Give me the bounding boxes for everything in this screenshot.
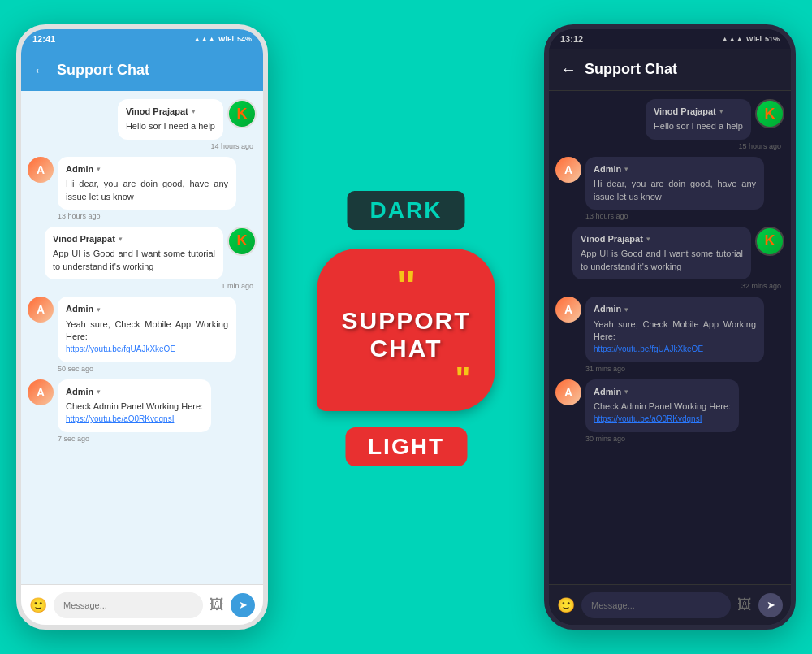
phone-dark: 13:12 ▲▲▲ WiFi 51% ← Support Chat Vinod … <box>544 24 796 630</box>
avatar-admin-1-dark: A <box>555 157 581 183</box>
link-admin-2-light[interactable]: https://youtu.be/fgUAJkXkeOE <box>66 344 175 353</box>
bubble-vinod-1-dark: Vinod Prajapat ▾ Hello sor I need a help <box>646 99 751 140</box>
avatar-vinod-1-dark: K <box>755 99 784 128</box>
phone-body-light: Vinod Prajapat ▾ Hello sor I need a help… <box>21 91 263 625</box>
image-icon-light[interactable]: 🖼 <box>209 596 224 613</box>
msg-admin-2-dark: A Admin ▾ Yeah sure, Check Mobile App Wo… <box>555 297 784 373</box>
chat-text: CHAT <box>341 335 470 362</box>
avatar-vinod-1-light: K <box>227 99 257 128</box>
status-icons-dark: ▲▲▲ WiFi 51% <box>721 35 780 43</box>
status-bar-dark: 13:12 ▲▲▲ WiFi 51% <box>549 29 791 49</box>
sender-admin-2-dark: Admin <box>594 303 621 315</box>
message-input-light[interactable] <box>54 592 203 618</box>
sender-admin-3-dark: Admin <box>594 386 621 398</box>
back-button-dark[interactable]: ← <box>560 60 577 79</box>
link-admin-3-dark[interactable]: https://youtu.be/aO0RKvdqnsI <box>594 414 702 423</box>
text-vinod-1-light: Hello sor I need a help <box>126 120 215 132</box>
sender-vinod-1-dark: Vinod Prajapat <box>654 106 716 118</box>
support-chat-bubble: " SUPPORT CHAT " <box>317 249 495 411</box>
text-admin-3-dark: Check Admin Panel Working Here: <box>594 401 731 413</box>
sender-admin-1-light: Admin <box>66 163 93 175</box>
avatar-vinod-2-dark: K <box>755 227 784 256</box>
open-quote-icon: " <box>341 265 470 307</box>
text-admin-1-light: Hi dear, you are doin good, have any iss… <box>66 178 228 203</box>
msg-vinod-2-dark: Vinod Prajapat ▾ App UI is Good and I wa… <box>555 227 784 290</box>
msg-admin-3-dark: A Admin ▾ Check Admin Panel Working Here… <box>555 379 784 443</box>
chat-content-dark: Vinod Prajapat ▾ Hello sor I need a help… <box>549 91 791 584</box>
chevron-admin-3-light: ▾ <box>97 387 101 397</box>
avatar-vinod-2-light: K <box>227 227 257 256</box>
time-admin-1-dark: 13 hours ago <box>555 212 632 220</box>
sender-vinod-1-light: Vinod Prajapat <box>126 106 188 118</box>
app-bar-light: ← Support Chat <box>21 49 263 91</box>
chat-content-light: Vinod Prajapat ▾ Hello sor I need a help… <box>21 91 263 584</box>
center-label: DARK " SUPPORT CHAT " LIGHT <box>317 188 495 466</box>
time-admin-1-light: 13 hours ago <box>28 212 104 220</box>
chevron-vinod-2-light: ▾ <box>119 234 123 245</box>
time-vinod-1-light: 14 hours ago <box>207 142 257 150</box>
image-icon-dark[interactable]: 🖼 <box>737 596 752 613</box>
avatar-admin-3-light: A <box>28 379 54 405</box>
text-admin-2-dark: Yeah sure, Check Mobile App Working Here… <box>594 318 756 344</box>
chevron-vinod-1-dark: ▾ <box>719 106 723 117</box>
text-vinod-2-dark: App UI is Good and I want some tutorial … <box>581 248 743 273</box>
app-title-dark: Support Chat <box>585 61 780 78</box>
time-admin-2-dark: 31 mins ago <box>555 365 628 373</box>
close-quote-icon: " <box>341 362 470 395</box>
msg-admin-1-light: A Admin ▾ Hi dear, you are doin good, ha… <box>28 157 257 220</box>
status-bar-light: 12:41 ▲▲▲ WiFi 54% <box>21 29 263 49</box>
time-admin-2-light: 50 sec ago <box>28 365 97 373</box>
emoji-icon-light[interactable]: 🙂 <box>29 596 47 614</box>
time-admin-3-dark: 30 mins ago <box>555 435 628 443</box>
time-admin-3-light: 7 sec ago <box>28 435 93 443</box>
phone-light: 12:41 ▲▲▲ WiFi 54% ← Support Chat Vinod … <box>16 24 268 630</box>
time-vinod-2-dark: 32 mins ago <box>738 282 784 290</box>
chevron-admin-2-light: ▾ <box>97 305 101 315</box>
message-input-dark[interactable] <box>581 592 731 618</box>
text-admin-3-light: Check Admin Panel Working Here: <box>66 401 203 413</box>
app-bar-dark: ← Support Chat <box>549 49 791 91</box>
time-vinod-1-dark: 15 hours ago <box>735 142 784 150</box>
bubble-admin-3-light: Admin ▾ Check Admin Panel Working Here: … <box>58 379 211 432</box>
sender-admin-3-light: Admin <box>66 386 93 398</box>
msg-admin-3-light: A Admin ▾ Check Admin Panel Working Here… <box>28 379 257 443</box>
emoji-icon-dark[interactable]: 🙂 <box>557 596 575 614</box>
signal-icon-dark: ▲▲▲ <box>721 35 743 43</box>
text-vinod-1-dark: Hello sor I need a help <box>654 120 743 132</box>
bubble-vinod-1-light: Vinod Prajapat ▾ Hello sor I need a help <box>118 99 223 140</box>
send-button-dark[interactable]: ➤ <box>758 593 783 617</box>
phone-body-dark: Vinod Prajapat ▾ Hello sor I need a help… <box>549 91 791 625</box>
wifi-icon-light: WiFi <box>218 35 234 43</box>
battery-light: 54% <box>237 35 252 43</box>
support-text: SUPPORT <box>341 307 470 335</box>
time-vinod-2-light: 1 min ago <box>218 282 257 290</box>
back-button-light[interactable]: ← <box>32 61 49 80</box>
bubble-admin-1-light: Admin ▾ Hi dear, you are doin good, have… <box>58 157 236 210</box>
chevron-admin-1-dark: ▾ <box>624 164 628 175</box>
dark-badge: DARK <box>345 188 468 232</box>
bubble-admin-3-dark: Admin ▾ Check Admin Panel Working Here: … <box>585 379 739 432</box>
msg-vinod-1-light: Vinod Prajapat ▾ Hello sor I need a help… <box>28 99 257 150</box>
text-admin-2-light: Yeah sure, Check Mobile App Working Here… <box>66 318 228 344</box>
sender-admin-2-light: Admin <box>66 303 93 315</box>
app-title-light: Support Chat <box>57 62 252 79</box>
bubble-admin-2-light: Admin ▾ Yeah sure, Check Mobile App Work… <box>58 297 236 362</box>
msg-admin-1-dark: A Admin ▾ Hi dear, you are doin good, ha… <box>555 157 784 220</box>
time-dark: 13:12 <box>560 34 583 44</box>
msg-admin-2-light: A Admin ▾ Yeah sure, Check Mobile App Wo… <box>28 297 257 373</box>
sender-admin-1-dark: Admin <box>594 163 621 175</box>
chevron-admin-3-dark: ▾ <box>624 387 628 397</box>
link-admin-2-dark[interactable]: https://youtu.be/fgUAJkXkeOE <box>594 344 703 353</box>
battery-dark: 51% <box>765 35 780 43</box>
msg-vinod-1-dark: Vinod Prajapat ▾ Hello sor I need a help… <box>555 99 784 150</box>
status-icons-light: ▲▲▲ WiFi 54% <box>193 35 252 43</box>
wifi-icon-dark: WiFi <box>746 35 762 43</box>
send-button-light[interactable]: ➤ <box>231 593 255 617</box>
bubble-vinod-2-light: Vinod Prajapat ▾ App UI is Good and I wa… <box>45 227 223 279</box>
chevron-admin-2-dark: ▾ <box>624 305 628 315</box>
text-vinod-2-light: App UI is Good and I want some tutorial … <box>53 248 215 273</box>
link-admin-3-light[interactable]: https://youtu.be/aO0RKvdqnsI <box>66 414 174 423</box>
chevron-vinod-1-light: ▾ <box>192 106 196 117</box>
chevron-admin-1-light: ▾ <box>97 164 101 175</box>
avatar-admin-3-dark: A <box>555 379 581 405</box>
